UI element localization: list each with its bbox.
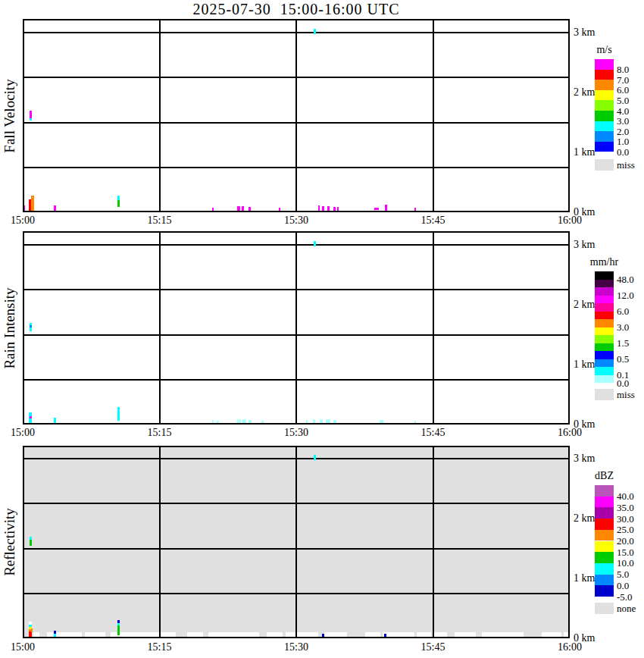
colorbar-tick-label: 1.5	[617, 338, 629, 348]
colorbar-tick-label: 48.0	[617, 274, 634, 284]
colorbar-band	[595, 552, 614, 563]
y-tick-label: 1 km	[574, 147, 595, 158]
x-tick-label: 15:00	[5, 215, 41, 226]
colorbar-band	[595, 327, 614, 336]
colorbar-tick-label: 30.0	[617, 514, 634, 524]
x-tick-label: 15:30	[278, 215, 314, 226]
colorbar-band	[595, 319, 614, 327]
colorbar-band	[595, 367, 614, 375]
colorbar-band	[595, 296, 614, 304]
colorbar-band	[595, 485, 614, 497]
colorbar-tick-label: 1.0	[617, 136, 629, 146]
colorbar-band	[595, 80, 614, 90]
y-tick-label: 2 km	[574, 87, 595, 98]
colorbar-band	[595, 375, 614, 384]
mrr-quicklook-chart: 2025-07-30 15:00-16:00 UTC 15:0015:1515:…	[0, 0, 644, 658]
colorbar-tick-label: 5.0	[617, 96, 629, 105]
colorbar-band	[595, 100, 614, 111]
plot-frame	[23, 446, 570, 638]
colorbar-band	[595, 131, 614, 142]
y-tick-label: 1 km	[574, 359, 595, 370]
colorbar-tick-label: 3.0	[617, 322, 629, 332]
y-axis-title: Reflectivity	[2, 508, 18, 576]
y-tick-label: 1 km	[574, 573, 595, 584]
x-tick-label: 15:45	[415, 427, 452, 438]
y-tick-label: 3 km	[574, 453, 595, 464]
colorbar-tick-label: 5.0	[617, 569, 629, 579]
colorbar-band	[595, 359, 614, 368]
colorbar-tick-label: 0.0	[617, 581, 629, 591]
x-tick-label: 15:30	[278, 641, 314, 653]
colorbar-missing-label: miss	[617, 390, 635, 400]
x-tick-label: 15:15	[142, 641, 178, 653]
colorbar-band	[595, 563, 614, 575]
colorbar-unit-label: mm/hr	[583, 256, 625, 268]
colorbar-band	[595, 121, 614, 132]
colorbar-tick-label: 2.0	[617, 127, 629, 136]
y-tick-label: 2 km	[574, 513, 595, 524]
x-tick-label: 15:00	[5, 641, 41, 653]
y-tick-label: 0 km	[574, 419, 595, 430]
colorbar-band	[595, 351, 614, 359]
colorbar-missing-label: none	[617, 603, 636, 613]
colorbar-band	[595, 70, 614, 80]
y-tick-label: 2 km	[574, 299, 595, 310]
colorbar-tick-label: 0.0	[617, 147, 629, 157]
colorbar-tick-label: 10.0	[617, 558, 634, 568]
colorbar-tick-label: 40.0	[617, 491, 634, 501]
colorbar-tick-label: 35.0	[617, 503, 634, 512]
colorbar-tick-label: 0.5	[617, 354, 629, 364]
colorbar-band	[595, 303, 614, 312]
colorbar-tick-label: 0.0	[617, 378, 629, 388]
plot-frame	[23, 19, 570, 212]
colorbar-band	[595, 142, 614, 152]
colorbar-band	[595, 519, 614, 530]
colorbar-band	[595, 335, 614, 343]
colorbar-band	[595, 507, 614, 519]
x-tick-label: 15:45	[415, 641, 452, 653]
colorbar-tick-label: 12.0	[617, 290, 634, 300]
colorbar-missing-band	[595, 389, 614, 400]
x-tick-label: 15:45	[415, 215, 452, 226]
colorbar-band	[595, 585, 614, 597]
y-tick-label: 3 km	[574, 27, 595, 38]
colorbar-missing-label: miss	[617, 160, 635, 170]
colorbar-band	[595, 280, 614, 288]
colorbar-tick-label: 4.0	[617, 106, 629, 116]
colorbar-tick-label: 6.0	[617, 85, 629, 95]
colorbar-missing-band	[595, 159, 614, 171]
colorbar-missing-band	[595, 603, 614, 614]
x-tick-label: 15:15	[142, 427, 178, 438]
colorbar-band	[595, 497, 614, 508]
colorbar-band	[595, 271, 614, 280]
colorbar-tick-label: 15.0	[617, 547, 634, 557]
colorbar-band	[595, 90, 614, 101]
y-axis-title: Fall Velocity	[2, 79, 18, 152]
chart-title: 2025-07-30 15:00-16:00 UTC	[23, 1, 570, 18]
colorbar-band	[595, 530, 614, 541]
colorbar-tick-label: -5.0	[617, 592, 633, 602]
colorbar-tick-label: 6.0	[617, 306, 629, 316]
colorbar-band	[595, 343, 614, 352]
colorbar-band	[595, 541, 614, 553]
x-tick-label: 15:30	[278, 427, 314, 438]
colorbar-band	[595, 575, 614, 586]
colorbar-unit-label: m/s	[583, 44, 625, 56]
plot-frame	[23, 231, 570, 425]
colorbar-band	[595, 59, 614, 70]
colorbar-tick-label: 25.0	[617, 525, 634, 534]
colorbar-tick-label: 3.0	[617, 116, 629, 126]
y-tick-label: 0 km	[574, 207, 595, 218]
colorbar-tick-label: 7.0	[617, 75, 629, 85]
y-axis-title: Rain Intensity	[2, 287, 18, 368]
x-tick-label: 15:00	[5, 427, 41, 438]
colorbar-unit-label: dBZ	[583, 470, 625, 482]
colorbar-tick-label: 20.0	[617, 536, 634, 546]
x-tick-label: 15:15	[142, 215, 178, 226]
colorbar-band	[595, 287, 614, 296]
colorbar-band	[595, 111, 614, 121]
y-tick-label: 0 km	[574, 633, 595, 644]
y-tick-label: 3 km	[574, 240, 595, 250]
colorbar-band	[595, 312, 614, 320]
colorbar-tick-label: 8.0	[617, 64, 629, 74]
